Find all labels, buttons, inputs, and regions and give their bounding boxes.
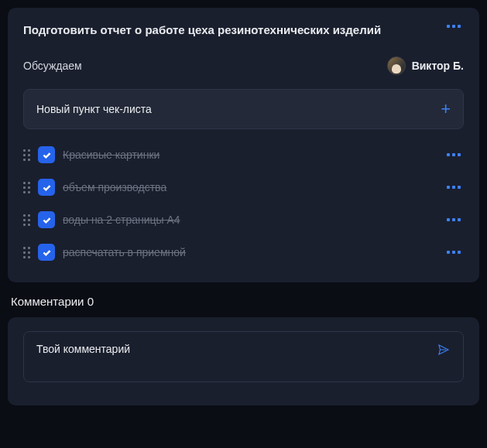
drag-handle-icon[interactable] [23,247,30,258]
task-header: Подготовить отчет о работе цеха резиноте… [23,22,464,38]
new-item-input[interactable] [36,103,441,115]
task-menu-button[interactable] [444,22,464,31]
task-assignee[interactable]: Виктор Б. [387,56,464,75]
checklist-item: воды на 2 страницы А4 [23,203,464,236]
drag-handle-icon[interactable] [23,182,30,193]
task-card: Подготовить отчет о работе цеха резиноте… [8,8,479,282]
comment-input[interactable] [36,343,437,355]
item-menu-button[interactable] [444,150,464,159]
task-meta: Обсуждаем Виктор Б. [23,56,464,75]
comments-header: Комментарии 0 [8,295,479,308]
task-status: Обсуждаем [23,60,82,72]
checklist-item-label: распечатать в приемной [63,246,436,258]
item-menu-button[interactable] [444,183,464,192]
checklist-item: объем производства [23,171,464,203]
comments-card [8,317,479,405]
comment-input-box[interactable] [23,331,464,382]
drag-handle-icon[interactable] [23,214,30,226]
checkbox[interactable] [38,244,55,261]
new-checklist-item[interactable]: + [23,89,464,129]
comments-section: Комментарии 0 [8,295,479,405]
checklist-item-label: объем производства [63,181,436,193]
checklist-item: распечатать в приемной [23,236,464,268]
add-icon[interactable]: + [441,101,451,118]
task-title: Подготовить отчет о работе цеха резиноте… [23,22,434,38]
item-menu-button[interactable] [444,215,464,224]
send-icon[interactable] [437,343,451,360]
assignee-name: Виктор Б. [412,60,464,72]
checkbox[interactable] [38,211,55,228]
drag-handle-icon[interactable] [23,149,30,161]
item-menu-button[interactable] [444,248,464,257]
checkbox[interactable] [38,146,55,163]
checklist: Красивые картинки объем производства вод… [23,139,464,268]
checkbox[interactable] [38,179,55,196]
checklist-item-label: воды на 2 страницы А4 [63,214,436,226]
avatar [387,56,406,75]
checklist-item-label: Красивые картинки [63,149,436,161]
checklist-item: Красивые картинки [23,139,464,171]
